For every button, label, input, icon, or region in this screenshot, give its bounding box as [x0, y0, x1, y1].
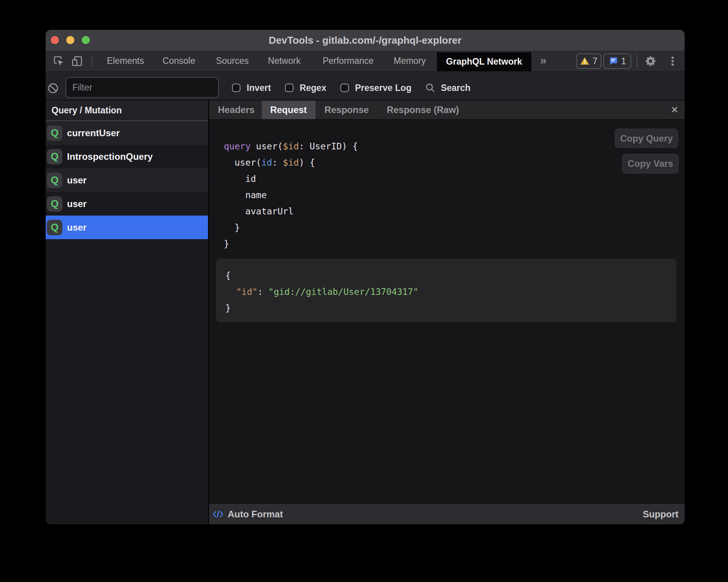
- window-title: DevTools - gitlab.com/-/graphql-explorer: [46, 30, 685, 51]
- device-toolbar-icon[interactable]: [70, 51, 84, 71]
- preserve-log-label: Preserve Log: [355, 83, 412, 93]
- close-detail-icon[interactable]: ✕: [671, 101, 678, 119]
- warnings-badge[interactable]: 7: [576, 53, 601, 69]
- invert-label: Invert: [247, 83, 271, 93]
- query-type-badge: Q: [47, 125, 62, 141]
- query-list-panel: Query / Mutation Q currentUser Q Introsp…: [46, 101, 208, 524]
- copy-query-button[interactable]: Copy Query: [615, 128, 678, 148]
- support-link[interactable]: Support: [643, 509, 678, 520]
- tab-response-raw[interactable]: Response (Raw): [387, 101, 459, 119]
- variables-code: { "id": "gid://gitlab/User/13704317"}: [225, 267, 419, 316]
- badge-divider: [637, 54, 637, 68]
- list-item-user-1[interactable]: Q user: [46, 168, 208, 192]
- list-item-currentuser[interactable]: Q currentUser: [46, 121, 208, 145]
- tab-sources[interactable]: Sources: [216, 51, 249, 71]
- filter-toolbar: Invert Regex Preserve Log Search: [46, 71, 685, 101]
- tab-memory[interactable]: Memory: [393, 51, 426, 71]
- inspect-element-icon[interactable]: [52, 51, 65, 71]
- request-content: query user($id: UserID) { user(id: $id) …: [209, 120, 685, 502]
- query-type-badge: Q: [47, 196, 62, 212]
- regex-checkbox[interactable]: [285, 84, 294, 92]
- search-label[interactable]: Search: [441, 83, 470, 93]
- request-detail-panel: Headers Request Response Response (Raw) …: [209, 101, 685, 524]
- tab-elements[interactable]: Elements: [107, 51, 144, 71]
- more-tabs-icon[interactable]: »: [540, 51, 547, 71]
- invert-checkbox[interactable]: [232, 84, 240, 92]
- message-icon: [608, 56, 618, 66]
- graphql-query-code: query user($id: UserID) { user(id: $id) …: [224, 138, 358, 252]
- messages-badge[interactable]: 1: [603, 53, 631, 69]
- query-type-badge: Q: [47, 220, 62, 235]
- query-type-badge: Q: [47, 149, 62, 164]
- copy-vars-button[interactable]: Copy Vars: [622, 154, 679, 174]
- warnings-count: 7: [592, 56, 598, 67]
- kebab-menu-icon[interactable]: [667, 51, 678, 71]
- auto-format-label[interactable]: Auto Format: [228, 509, 283, 520]
- tab-console[interactable]: Console: [163, 51, 195, 71]
- query-list-header: Query / Mutation: [46, 101, 208, 121]
- list-item-user-2[interactable]: Q user: [46, 192, 208, 216]
- list-item-introspectionquery[interactable]: Q IntrospectionQuery: [46, 145, 208, 168]
- tab-graphql-network[interactable]: GraphQL Network: [437, 52, 531, 71]
- list-item-user-3-selected[interactable]: Q user: [46, 216, 208, 239]
- tab-headers[interactable]: Headers: [218, 101, 255, 119]
- preserve-log-checkbox[interactable]: [340, 84, 349, 92]
- warning-icon: [580, 57, 589, 65]
- toolbar-divider: [91, 56, 92, 66]
- tab-response[interactable]: Response: [325, 101, 369, 119]
- clear-icon[interactable]: [48, 83, 58, 95]
- search-icon[interactable]: [425, 83, 435, 93]
- auto-format-icon[interactable]: [212, 510, 224, 519]
- devtools-window: DevTools - gitlab.com/-/graphql-explorer…: [46, 30, 685, 524]
- tab-network[interactable]: Network: [268, 51, 300, 71]
- regex-label: Regex: [300, 83, 326, 93]
- query-type-badge: Q: [47, 173, 62, 188]
- tab-performance[interactable]: Performance: [323, 51, 374, 71]
- settings-gear-icon[interactable]: [644, 51, 658, 71]
- title-bar: DevTools - gitlab.com/-/graphql-explorer: [46, 30, 685, 51]
- detail-footer: Auto Format Support: [209, 503, 685, 524]
- tab-request[interactable]: Request: [270, 101, 307, 119]
- devtools-tab-bar: Elements Console Sources Network Perform…: [46, 51, 685, 71]
- detail-tab-bar: Headers Request Response Response (Raw) …: [209, 101, 685, 120]
- messages-count: 1: [621, 56, 626, 67]
- filter-input[interactable]: [65, 77, 219, 98]
